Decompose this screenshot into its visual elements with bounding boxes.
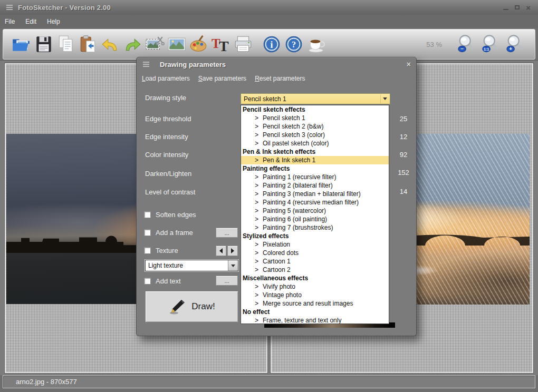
style-option[interactable]: >Pixelation <box>241 240 389 249</box>
checkbox-icon[interactable] <box>144 278 151 285</box>
open-image-button[interactable] <box>11 32 33 56</box>
texture-combo-dropdown-button[interactable] <box>228 260 238 271</box>
coffee-cup-icon <box>306 34 326 54</box>
checkbox-icon[interactable] <box>144 211 151 218</box>
menu-edit[interactable]: Edit <box>25 18 36 25</box>
style-option-label: Cartoon 1 <box>263 258 291 266</box>
close-icon[interactable]: × <box>526 4 531 12</box>
frame-options-button[interactable]: ... <box>216 228 238 238</box>
save-image-button[interactable] <box>33 32 55 56</box>
redo-button[interactable] <box>121 32 143 56</box>
style-option[interactable]: >Vintage photo <box>241 291 389 299</box>
text-options-button[interactable]: ... <box>216 276 238 286</box>
floppy-save-icon <box>34 34 54 54</box>
palette-icon <box>189 34 209 54</box>
window-title: FotoSketcher - Version 2.00 <box>18 4 111 12</box>
crop-image-icon <box>145 34 165 54</box>
style-option-label: Colored dots <box>263 249 299 257</box>
minimize-icon[interactable] <box>503 9 508 10</box>
item-marker: > <box>255 182 258 190</box>
style-option[interactable]: >Pen & Ink sketch 1 <box>241 156 389 164</box>
style-option[interactable]: >Pencil sketch 3 (color) <box>241 131 389 139</box>
style-option-label: Pixelation <box>263 241 290 249</box>
checkbox-icon[interactable] <box>144 247 151 254</box>
style-option[interactable]: >Cartoon 1 <box>241 257 389 266</box>
style-option[interactable]: >Painting 6 (oil painting) <box>241 215 389 223</box>
title-bar[interactable]: FotoSketcher - Version 2.00 × <box>0 0 538 15</box>
style-option[interactable]: >Pencil sketch 2 (b&w) <box>241 122 389 131</box>
donate-button[interactable] <box>305 32 327 56</box>
dialog-title: Drawing parameters <box>160 61 226 68</box>
help-icon: ? <box>284 34 304 54</box>
texture-checkbox[interactable]: Texture <box>144 247 178 254</box>
paste-button[interactable] <box>77 32 99 56</box>
photo-icon <box>167 34 187 54</box>
help-button[interactable]: ? <box>283 32 305 56</box>
style-option[interactable]: >Pencil sketch 1 <box>241 114 389 122</box>
combobox-dropdown-button[interactable] <box>380 94 389 103</box>
zoom-in-button[interactable]: + <box>504 32 526 56</box>
dialog-title-bar[interactable]: Drawing parameters × <box>137 57 416 71</box>
style-option[interactable]: >Colored dots <box>241 249 389 257</box>
dialog-close-icon[interactable]: × <box>407 60 411 68</box>
texture-prev-button[interactable] <box>216 246 226 256</box>
texture-next-button[interactable] <box>227 246 238 256</box>
style-option-label: Painting 7 (brushstrokes) <box>263 224 333 232</box>
menu-help[interactable]: Help <box>47 18 60 25</box>
item-marker: > <box>255 199 258 207</box>
style-category-header: Miscellaneous effects <box>241 274 389 282</box>
soften-edges-checkbox[interactable]: Soften edges <box>144 211 196 219</box>
add-a-frame-checkbox[interactable]: Add a frame <box>144 229 193 237</box>
maximize-icon[interactable] <box>515 5 520 9</box>
style-option-label: Miscellaneous effects <box>243 275 308 282</box>
svg-text:+: + <box>509 46 512 52</box>
add-text-checkbox[interactable]: Add text <box>144 277 181 285</box>
style-option[interactable]: >Painting 2 (bilateral filter) <box>241 181 389 190</box>
style-option[interactable]: >Painting 4 (recursive median filter) <box>241 198 389 207</box>
zoom-out-button[interactable]: − <box>456 32 478 56</box>
style-category-header: Pencil sketch effects <box>241 105 389 114</box>
style-option[interactable]: >Vivify photo <box>241 282 389 291</box>
item-marker: > <box>255 190 258 198</box>
draw-button[interactable]: Draw! <box>145 291 238 322</box>
item-marker: > <box>255 207 258 215</box>
item-marker: > <box>255 241 258 249</box>
style-option[interactable]: >Oil pastel sketch (color) <box>241 139 389 148</box>
app-window: FotoSketcher - Version 2.00 × File Edit … <box>0 0 538 392</box>
chevron-down-icon <box>231 264 235 267</box>
item-marker: > <box>255 114 258 122</box>
style-option[interactable]: >Painting 5 (watercolor) <box>241 207 389 215</box>
style-option-label: Frame, texture and text only <box>263 317 341 325</box>
add-text-button[interactable]: T T <box>210 32 232 56</box>
zoom-out-icon: − <box>456 34 477 55</box>
darken-lighten-value: 152 <box>393 169 414 177</box>
style-option[interactable]: >Cartoon 2 <box>241 266 389 274</box>
info-button[interactable]: i <box>261 32 283 56</box>
add-a-frame-label: Add a frame <box>156 229 193 237</box>
reset-parameters-menu[interactable]: Reset parameters <box>255 75 305 82</box>
style-option-label: Pencil sketch 3 (color) <box>263 131 325 139</box>
resize-image-button[interactable] <box>166 32 188 56</box>
style-option[interactable]: >Frame, texture and text only <box>241 316 389 324</box>
zoom-in-icon: + <box>505 34 526 55</box>
save-parameters-menu[interactable]: Save parameters <box>198 75 246 82</box>
drawing-parameters-button[interactable] <box>188 32 210 56</box>
crop-image-button[interactable] <box>143 32 166 56</box>
load-parameters-menu[interactable]: Load parameters <box>142 75 190 82</box>
zoom-actual-size-button[interactable]: 1:1 <box>480 32 502 56</box>
texture-combobox[interactable]: Light texture <box>145 260 238 271</box>
item-marker: > <box>255 123 258 131</box>
style-option[interactable]: >Painting 1 (recursive filter) <box>241 173 389 181</box>
checkbox-icon[interactable] <box>144 229 151 236</box>
style-category-header: No effect <box>241 308 389 316</box>
zoom-level-label: 53 % <box>426 41 442 48</box>
menu-bar: File Edit Help <box>0 15 538 28</box>
drawing-style-combobox[interactable]: Pencil sketch 1 <box>241 93 390 104</box>
menu-file[interactable]: File <box>5 18 15 25</box>
print-button[interactable] <box>232 32 254 56</box>
copy-button[interactable] <box>55 32 77 56</box>
style-option[interactable]: >Merge source and result images <box>241 299 389 308</box>
undo-button[interactable] <box>99 32 121 56</box>
style-option[interactable]: >Painting 7 (brushstrokes) <box>241 223 389 232</box>
style-option[interactable]: >Painting 3 (median + bilateral filter) <box>241 190 389 198</box>
